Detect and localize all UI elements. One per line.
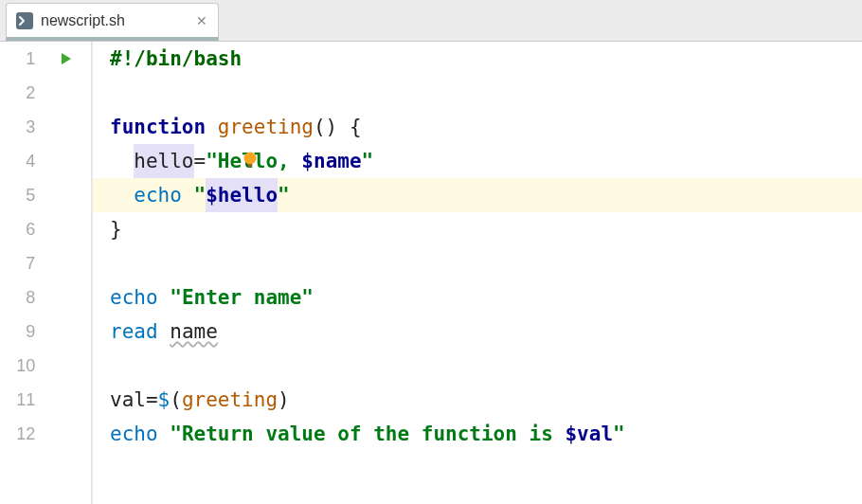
line-number: 12 xyxy=(0,424,41,444)
code-line[interactable]: #!/bin/bash xyxy=(93,42,862,76)
intention-bulb[interactable] xyxy=(110,144,248,178)
code-line[interactable]: echo "Return value of the function is $v… xyxy=(93,417,862,451)
tabbar: newscript.sh ✕ xyxy=(0,0,862,42)
code-line[interactable] xyxy=(93,246,862,280)
string-quote: " xyxy=(194,178,207,212)
paren-close: ) xyxy=(278,383,290,417)
code-line[interactable] xyxy=(93,76,862,110)
code-line[interactable]: val=$(greeting) xyxy=(93,383,862,417)
string-literal: Return value of the function is xyxy=(182,417,566,451)
line-number: 10 xyxy=(0,356,41,376)
dollar-sign: $ xyxy=(158,383,171,417)
line-number: 4 xyxy=(0,152,41,171)
tab-filename: newscript.sh xyxy=(41,12,125,29)
code-line[interactable] xyxy=(93,349,862,383)
line-number: 11 xyxy=(0,390,41,410)
paren-open: ( xyxy=(170,383,182,417)
svg-rect-3 xyxy=(248,166,252,168)
string-quote: " xyxy=(301,280,314,315)
line-number: 3 xyxy=(0,117,41,137)
gutter: 1 2 3 4 5 6 7 8 9 10 11 12 xyxy=(0,42,93,504)
code-editor[interactable]: 1 2 3 4 5 6 7 8 9 10 11 12 #!/bin/bash f… xyxy=(0,42,862,504)
svg-rect-2 xyxy=(248,164,253,166)
variable-ref: $hello xyxy=(206,178,278,212)
variable-name: name xyxy=(170,315,218,349)
string-quote: " xyxy=(170,280,182,315)
string-quote: " xyxy=(613,417,625,451)
builtin-echo: echo xyxy=(110,417,158,451)
builtin-echo: echo xyxy=(110,280,158,315)
code-line[interactable]: hello="Hello, $name" xyxy=(93,144,862,178)
close-icon[interactable]: ✕ xyxy=(195,14,208,27)
builtin-read: read xyxy=(110,315,158,349)
string-literal: Enter name xyxy=(182,280,301,315)
line-number: 9 xyxy=(0,322,41,342)
variable-ref: $name xyxy=(301,144,361,178)
line-number: 8 xyxy=(0,288,41,308)
shebang: #!/bin/bash xyxy=(110,42,242,76)
builtin-echo: echo xyxy=(134,178,182,212)
function-call: greeting xyxy=(182,383,278,417)
svg-point-1 xyxy=(244,153,257,165)
string-quote: " xyxy=(362,144,374,178)
tab-newscript[interactable]: newscript.sh ✕ xyxy=(6,3,219,41)
line-number: 6 xyxy=(0,220,41,240)
line-number: 7 xyxy=(0,254,41,274)
code-area[interactable]: #!/bin/bash function greeting() { hello=… xyxy=(93,42,862,504)
code-line[interactable]: echo "Enter name" xyxy=(93,280,862,315)
assign-eq: = xyxy=(146,383,158,417)
brace-open: () { xyxy=(314,110,362,144)
code-line[interactable]: } xyxy=(93,212,862,246)
variable-ref: $val xyxy=(565,417,613,451)
brace-close: } xyxy=(110,212,122,246)
gutter-row: 1 xyxy=(0,42,91,76)
line-number: 5 xyxy=(0,186,41,206)
string-quote: " xyxy=(278,178,290,212)
terminal-file-icon xyxy=(16,12,33,29)
line-number: 2 xyxy=(0,83,41,103)
line-number: 1 xyxy=(0,49,41,69)
string-quote: " xyxy=(170,417,182,451)
variable-name: val xyxy=(110,383,146,417)
code-line-current[interactable]: echo "$hello" xyxy=(93,178,862,212)
run-gutter-icon[interactable] xyxy=(41,51,91,66)
code-line[interactable]: read name xyxy=(93,315,862,349)
